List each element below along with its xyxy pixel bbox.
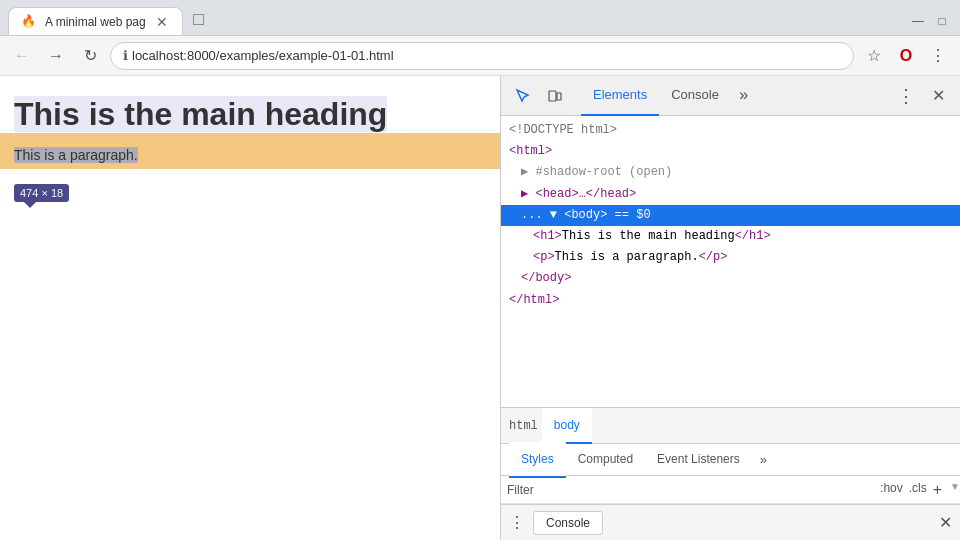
maximize-button[interactable]: □ <box>932 11 952 31</box>
forward-button[interactable]: → <box>42 42 70 70</box>
page-paragraph: This is a paragraph. <box>14 147 486 163</box>
page-content: 474 × 18 This is the main heading This i… <box>0 76 500 540</box>
toolbar-actions: ☆ O ⋮ <box>860 42 952 70</box>
html-close-tag: </html> <box>509 291 559 310</box>
shadow-root-text: ▶ #shadow-root (open) <box>521 163 672 182</box>
html-tag: <html> <box>509 142 552 161</box>
devtools-bottom: html body Styles Computed Event Listener… <box>501 407 960 540</box>
bookmark-button[interactable]: ☆ <box>860 42 888 70</box>
device-toolbar-button[interactable] <box>541 82 569 110</box>
heading-highlight: This is the main heading <box>14 96 387 132</box>
breadcrumb-body[interactable]: body <box>542 408 592 444</box>
tab-title: A minimal web pag <box>45 15 146 29</box>
hover-filter-btn[interactable]: :hov <box>880 481 903 499</box>
tab-event-listeners[interactable]: Event Listeners <box>645 442 752 478</box>
console-button[interactable]: Console <box>533 511 603 535</box>
tree-row-body[interactable]: ... ▼ <body> == $0 <box>501 205 960 226</box>
refresh-button[interactable]: ↻ <box>76 42 104 70</box>
body-row-text: ... ▼ <body> == $0 <box>521 206 651 225</box>
svg-rect-0 <box>549 91 556 101</box>
console-bar: ⋮ Console ✕ <box>501 504 960 540</box>
tab-console[interactable]: Console <box>659 76 731 116</box>
scroll-down-icon: ▼ <box>950 481 960 499</box>
p-tag-close: </p> <box>699 248 728 267</box>
tree-row-shadow-root[interactable]: ▶ #shadow-root (open) <box>501 162 960 183</box>
console-menu-icon[interactable]: ⋮ <box>509 513 525 532</box>
devtools-toolbar: Elements Console » ⋮ ✕ <box>501 76 960 116</box>
new-tab-button[interactable]: □ <box>187 7 211 31</box>
tree-row-p[interactable]: <p>This is a paragraph.</p> <box>501 247 960 268</box>
lock-icon: ℹ <box>123 48 128 63</box>
tree-row-html[interactable]: <html> <box>501 141 960 162</box>
more-tabs-button[interactable]: » <box>731 87 757 105</box>
opera-button[interactable]: O <box>892 42 920 70</box>
tree-row-head[interactable]: ▶ <head>…</head> <box>501 184 960 205</box>
breadcrumb-html[interactable]: html <box>509 419 538 433</box>
doctype-text: <!DOCTYPE html> <box>509 121 617 140</box>
tab-elements[interactable]: Elements <box>581 76 659 116</box>
minimize-button[interactable]: — <box>908 11 928 31</box>
breadcrumb-bar: html body <box>501 408 960 444</box>
tree-row-h1[interactable]: <h1>This is the main heading</h1> <box>501 226 960 247</box>
window-controls: — □ <box>900 11 960 31</box>
filter-row: Filter :hov .cls + ▼ <box>501 476 960 504</box>
paragraph-highlight: This is a paragraph. <box>14 147 138 163</box>
browser-window: 🔥 A minimal web pag ✕ □ — □ ← → ↻ ℹ loca… <box>0 0 960 540</box>
tab-close-button[interactable]: ✕ <box>154 12 170 32</box>
address-bar[interactable]: ℹ localhost:8000/examples/example-01-01.… <box>110 42 854 70</box>
svg-rect-1 <box>557 93 561 100</box>
body-close-tag: </body> <box>521 269 571 288</box>
tree-row-body-close[interactable]: </body> <box>501 268 960 289</box>
p-content: This is a paragraph. <box>555 248 699 267</box>
toolbar: ← → ↻ ℹ localhost:8000/examples/example-… <box>0 36 960 76</box>
tab-styles[interactable]: Styles <box>509 442 566 478</box>
devtools-tabs: Elements Console » <box>581 76 888 116</box>
head-tag: ▶ <head>…</head> <box>521 185 636 204</box>
console-close-button[interactable]: ✕ <box>939 513 952 532</box>
menu-button[interactable]: ⋮ <box>924 42 952 70</box>
tab-favicon-icon: 🔥 <box>21 14 37 30</box>
styles-computed-tabs: Styles Computed Event Listeners » <box>501 444 960 476</box>
cls-filter-btn[interactable]: .cls <box>909 481 927 499</box>
tree-row-html-close[interactable]: </html> <box>501 290 960 311</box>
inspect-element-button[interactable] <box>509 82 537 110</box>
page-heading: This is the main heading <box>14 96 486 133</box>
back-button[interactable]: ← <box>8 42 36 70</box>
active-tab[interactable]: 🔥 A minimal web pag ✕ <box>8 7 183 35</box>
filter-actions: :hov .cls + ▼ <box>880 481 960 499</box>
h1-content: This is the main heading <box>562 227 735 246</box>
elements-tree: <!DOCTYPE html> <html> ▶ #shadow-root (o… <box>501 116 960 407</box>
tree-row-doctype[interactable]: <!DOCTYPE html> <box>501 120 960 141</box>
element-tooltip: 474 × 18 <box>14 184 69 202</box>
p-tag-open: <p> <box>533 248 555 267</box>
url-text: localhost:8000/examples/example-01-01.ht… <box>132 48 841 63</box>
main-area: 474 × 18 This is the main heading This i… <box>0 76 960 540</box>
devtools-close-button[interactable]: ✕ <box>924 82 952 110</box>
add-style-btn[interactable]: + <box>933 481 942 499</box>
devtools-menu-button[interactable]: ⋮ <box>892 82 920 110</box>
h1-tag-close: </h1> <box>735 227 771 246</box>
more-bottom-tabs[interactable]: » <box>756 452 771 467</box>
filter-label: Filter <box>501 483 540 497</box>
devtools-panel: Elements Console » ⋮ ✕ <!DOCTYPE html> <… <box>500 76 960 540</box>
tab-computed[interactable]: Computed <box>566 442 645 478</box>
paragraph-wrapper: This is a paragraph. <box>0 133 500 169</box>
h1-tag-open: <h1> <box>533 227 562 246</box>
tab-bar: 🔥 A minimal web pag ✕ □ — □ <box>0 0 960 36</box>
